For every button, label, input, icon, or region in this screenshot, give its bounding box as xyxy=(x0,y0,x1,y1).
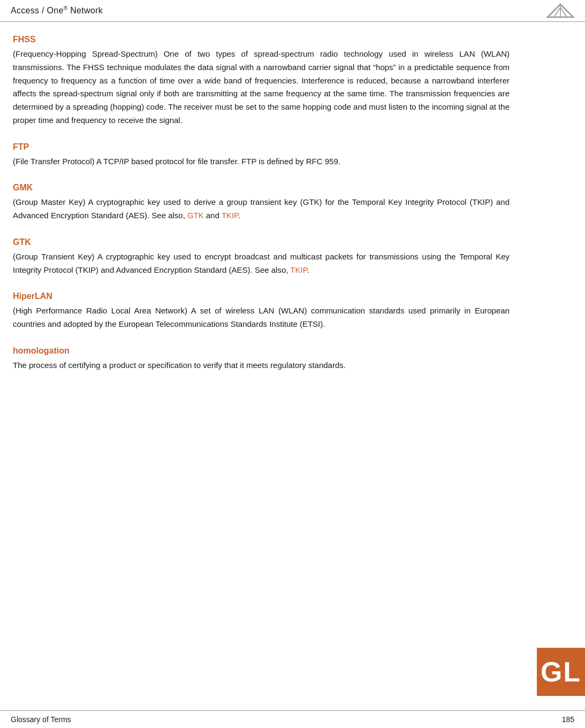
logo-icon xyxy=(546,3,574,18)
footer-glossary-label: Glossary of Terms xyxy=(11,715,71,724)
term-fhss: FHSS (Frequency-Hopping Spread-Spectrum)… xyxy=(13,35,510,127)
term-title-homologation: homologation xyxy=(13,346,510,356)
term-body-hiperlan: (High Performance Radio Local Area Netwo… xyxy=(13,304,510,331)
term-gmk: GMK (Group Master Key) A cryptographic k… xyxy=(13,183,510,223)
term-body-gmk: (Group Master Key) A cryptographic key u… xyxy=(13,196,510,223)
link-tkip-gtk[interactable]: TKIP xyxy=(290,265,307,274)
term-body-ftp: (File Transfer Protocol) A TCP/IP based … xyxy=(13,155,510,168)
footer-page-number: 185 xyxy=(562,715,574,724)
term-title-gmk: GMK xyxy=(13,183,510,193)
term-body-homologation: The process of certifying a product or s… xyxy=(13,359,510,372)
term-title-ftp: FTP xyxy=(13,142,510,152)
link-tkip-gmk[interactable]: TKIP xyxy=(222,211,238,220)
term-hiperlan: HiperLAN (High Performance Radio Local A… xyxy=(13,292,510,331)
link-gtk[interactable]: GTK xyxy=(187,211,204,220)
term-title-gtk: GTK xyxy=(13,237,510,247)
term-gtk: GTK (Group Transient Key) A cryptographi… xyxy=(13,237,510,277)
registered-symbol: ® xyxy=(64,5,68,11)
main-content: FHSS (Frequency-Hopping Spread-Spectrum)… xyxy=(0,22,535,430)
header-title-network: Network xyxy=(70,6,103,16)
page-header: Access / One® Network xyxy=(0,0,585,22)
term-body-fhss: (Frequency-Hopping Spread-Spectrum) One … xyxy=(13,48,510,127)
term-ftp: FTP (File Transfer Protocol) A TCP/IP ba… xyxy=(13,142,510,168)
term-title-fhss: FHSS xyxy=(13,35,510,44)
term-title-hiperlan: HiperLAN xyxy=(13,292,510,301)
header-title: Access / One® Network xyxy=(11,5,103,16)
gl-badge-text: GL xyxy=(541,656,581,688)
term-body-gtk: (Group Transient Key) A cryptographic ke… xyxy=(13,250,510,277)
gl-section-badge: GL xyxy=(537,648,585,696)
term-homologation: homologation The process of certifying a… xyxy=(13,346,510,372)
page-footer: Glossary of Terms 185 xyxy=(0,710,585,728)
